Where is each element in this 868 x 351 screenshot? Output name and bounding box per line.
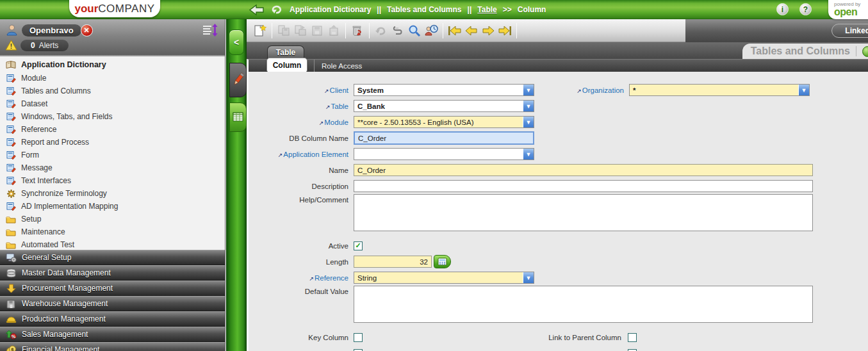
sidebar-section-procurement-management[interactable]: Procurement Management [0,281,225,296]
chevron-down-icon[interactable]: ▼ [523,117,534,127]
section-label: Warehouse Management [22,299,108,308]
menu-expand-icon[interactable] [202,23,218,38]
linked-items-button[interactable]: Linked [831,24,868,38]
collapse-sidebar-button[interactable]: < [229,29,244,55]
sidebar-item-synchronize-terminology[interactable]: Synchronize Terminology [0,187,225,200]
chevron-down-icon[interactable]: ▼ [523,149,534,159]
window-edit-icon [6,151,16,160]
sidebar-item-form[interactable]: Form [0,149,225,161]
sidebar-menu: Application Dictionary Module Tables and… [0,56,225,250]
sidebar-item-label: AD Implementation Mapping [21,202,118,211]
edit-view-tab[interactable] [229,63,247,97]
attachment-button[interactable] [389,22,406,39]
sidebar-section-production-management[interactable]: Production Management [0,311,225,327]
reference-select[interactable]: String ▼ [354,272,534,284]
sidebar-item-automated-test[interactable]: Automated Test [0,238,225,250]
tab-column-active[interactable]: Column [266,58,307,73]
name-input[interactable] [354,164,813,176]
subtab-bar: Column Role Access [247,59,868,72]
client-select[interactable]: System ▼ [354,84,534,96]
form-row-client-organization: ↗Client System ▼ ↗Organization * ▼ [249,82,868,98]
folder-icon [6,215,16,224]
save-button[interactable] [309,22,325,39]
chevron-down-icon[interactable]: ▼ [798,85,809,95]
nav-previous-button[interactable] [463,22,480,39]
link-marker-icon: ↗ [309,275,314,282]
hardhat-icon [5,315,17,323]
help-comment-textarea[interactable] [354,194,813,231]
sidebar-item-reference[interactable]: Reference [0,123,225,136]
sidebar-item-tables-and-columns[interactable]: Tables and Columns [0,85,225,97]
search-button[interactable] [406,22,423,39]
tab-role-access[interactable]: Role Access [314,60,362,72]
nav-first-button[interactable] [446,22,463,39]
info-icon[interactable]: i [776,3,789,15]
help-icon[interactable]: ? [799,3,812,15]
organization-value: * [630,86,798,94]
sidebar-item-dataset[interactable]: Dataset [0,97,225,110]
key-column-checkbox[interactable] [354,333,363,342]
sidebar-item-ad-implementation-mapping[interactable]: AD Implementation Mapping [0,200,225,213]
alerts-badge[interactable]: 0Alerts [20,40,69,51]
sidebar-section-general-setup[interactable]: General Setup [0,250,225,265]
link-to-parent-checkbox[interactable] [628,333,637,342]
audit-button[interactable] [423,22,439,39]
sidebar-item-windows-tabs-fields[interactable]: Windows, Tabs, and Fields [0,110,225,123]
save-close-button[interactable] [325,22,342,39]
breadcrumb-table-link[interactable]: Table [477,5,496,14]
updatable-checkbox[interactable] [628,349,637,351]
sidebar-section-financial-management[interactable]: $ Financial Management [0,342,225,351]
new-record-button[interactable] [252,22,268,39]
sidebar-section-warehouse-management[interactable]: Warehouse Management [0,296,225,311]
back-icon[interactable] [249,4,265,16]
chevron-down-icon[interactable]: ▼ [523,101,534,111]
section-label: Sales Management [22,330,88,339]
save-next-button[interactable] [292,22,309,39]
openbravo-orb-icon[interactable] [862,46,868,57]
sidebar-section-sales-management[interactable]: % Sales Management [0,327,225,342]
refresh-icon[interactable] [270,4,284,16]
save-new-button[interactable] [275,22,292,39]
finance-icon: $ [5,345,17,351]
chevron-down-icon[interactable]: ▼ [523,272,534,283]
default-value-textarea[interactable] [354,286,813,323]
sidebar-section-master-data-management[interactable]: Master Data Management [0,265,225,281]
application-element-select[interactable]: ▼ [354,148,534,160]
active-checkbox[interactable] [354,241,363,250]
sidebar-item-report-and-process[interactable]: Report and Process [0,136,225,149]
client-value: System [354,86,523,94]
organization-select[interactable]: * ▼ [629,84,810,96]
username-pill[interactable]: Openbravo [22,24,81,37]
sidebar-item-module[interactable]: Module [0,72,225,85]
db-column-name-input[interactable] [354,131,534,145]
table-label: ↗Table [249,102,354,110]
chevron-down-icon[interactable]: ▼ [523,85,534,95]
sidebar-item-label: Automated Test [21,240,74,249]
table-select[interactable]: C_Bank ▼ [354,100,534,112]
grid-icon [233,112,243,123]
nav-next-button[interactable] [480,22,496,39]
help-comment-label: Help/Comment [249,194,354,204]
length-input[interactable] [354,256,432,268]
window-title-tab: Tables and Columns [742,44,868,59]
undo-button[interactable] [373,22,389,39]
sidebar-item-maintenance[interactable]: Maintenance [0,225,225,238]
window-edit-icon [6,99,16,109]
calculator-button[interactable] [434,255,451,268]
mandatory-checkbox[interactable] [354,349,363,351]
logout-close-icon[interactable]: ✕ [81,24,93,37]
breadcrumb-arrow: >> [503,5,512,14]
sidebar-item-text-interfaces[interactable]: Text Interfaces [0,174,225,187]
sidebar-item-setup[interactable]: Setup [0,213,225,225]
sidebar-item-label: Form [21,151,39,159]
grid-view-tab[interactable] [229,102,247,132]
description-input[interactable] [354,180,813,192]
sidebar-item-label: Application Dictionary [21,60,106,69]
nav-last-button[interactable] [496,22,513,39]
tab-table[interactable]: Table [267,45,304,59]
toolbar-separator [443,23,443,38]
delete-button[interactable] [349,22,366,39]
sidebar-item-application-dictionary[interactable]: Application Dictionary [0,58,225,72]
sidebar-item-message[interactable]: Message [0,161,225,174]
module-select[interactable]: **core - 2.50.13553 - English (USA) ▼ [354,116,534,128]
